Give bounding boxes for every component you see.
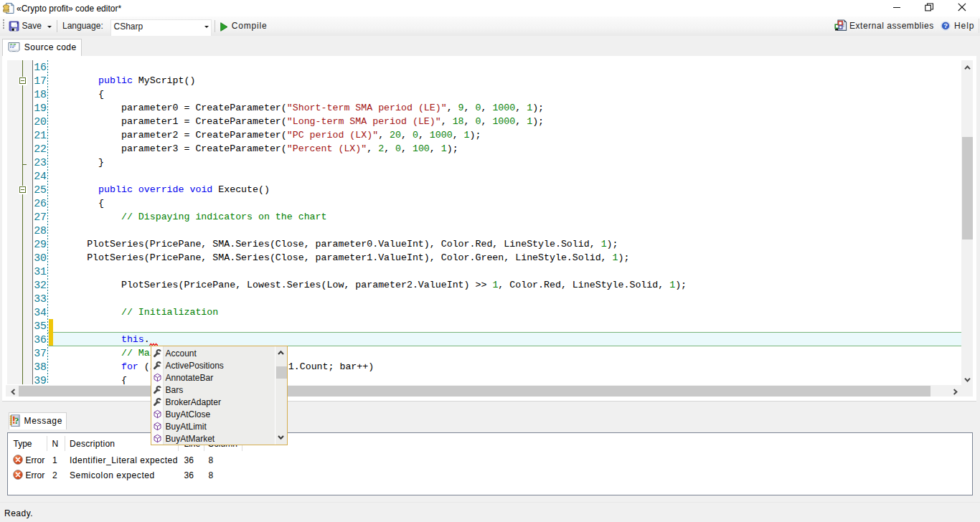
svg-text:?: ? [14, 415, 19, 426]
svg-text:?: ? [943, 22, 948, 29]
